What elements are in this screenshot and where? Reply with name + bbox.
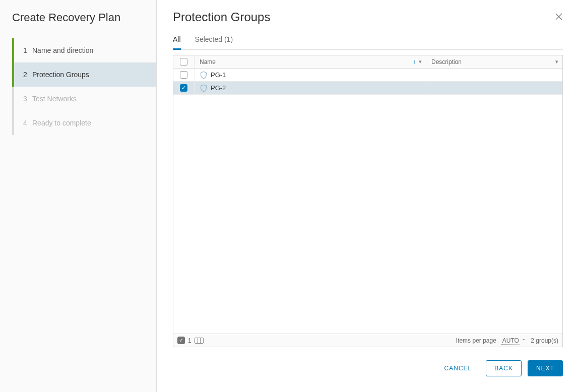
total-count: 2 group(s): [531, 337, 558, 344]
row-check-cell: [173, 82, 195, 94]
cancel-button[interactable]: CANCEL: [436, 360, 480, 376]
table-header: Name ↑ ▾ Description ▾: [173, 55, 562, 69]
row-checkbox[interactable]: [180, 71, 187, 79]
table-row[interactable]: PG-2: [173, 82, 562, 95]
step-ready-complete: 4 Ready to complete: [12, 111, 156, 135]
close-button[interactable]: [555, 12, 563, 23]
row-name: PG-1: [211, 71, 226, 79]
step-protection-groups[interactable]: 2 Protection Groups: [12, 62, 156, 87]
column-name[interactable]: Name ↑ ▾: [195, 55, 426, 68]
wizard-title: Create Recovery Plan: [0, 11, 156, 38]
close-icon: [555, 13, 563, 21]
main-panel: Protection Groups All Selected (1) Name …: [157, 0, 578, 392]
selection-indicator-icon: [177, 337, 185, 344]
row-desc-cell: [426, 82, 562, 94]
table-body: PG-1 PG-2: [173, 69, 562, 334]
tab-selected[interactable]: Selected (1): [195, 30, 233, 49]
wizard-sidebar: Create Recovery Plan 1 Name and directio…: [0, 0, 157, 392]
row-check-cell: [173, 69, 195, 81]
next-button[interactable]: NEXT: [528, 360, 563, 376]
row-name-cell: PG-2: [195, 82, 426, 94]
step-test-networks: 3 Test Networks: [12, 87, 156, 111]
select-all-checkbox[interactable]: [180, 58, 187, 66]
step-number: 2: [23, 71, 32, 79]
column-name-label: Name: [200, 58, 216, 66]
step-number: 4: [23, 119, 32, 127]
sort-asc-icon[interactable]: ↑: [413, 58, 416, 66]
select-all-cell: [173, 55, 195, 68]
row-desc-cell: [426, 69, 562, 81]
items-per-page-select[interactable]: AUTO ⌃: [501, 337, 526, 344]
row-name: PG-2: [211, 84, 226, 92]
back-button[interactable]: BACK: [486, 360, 522, 376]
main-header: Protection Groups: [157, 0, 578, 30]
step-label: Name and direction: [32, 46, 93, 54]
chevron-up-icon: ⌃: [522, 338, 526, 344]
step-name-direction[interactable]: 1 Name and direction: [12, 38, 156, 62]
step-label: Ready to complete: [32, 119, 91, 127]
selected-count: 1: [188, 337, 191, 344]
items-per-page-label: Items per page: [456, 337, 496, 344]
wizard-steps: 1 Name and direction 2 Protection Groups…: [12, 38, 156, 135]
tab-all[interactable]: All: [173, 30, 181, 50]
tabs: All Selected (1): [173, 30, 563, 50]
shield-icon: [200, 71, 208, 79]
footer-buttons: CANCEL BACK NEXT: [157, 347, 578, 388]
filter-icon[interactable]: ▾: [555, 58, 558, 65]
step-label: Protection Groups: [32, 71, 89, 79]
shield-icon: [200, 84, 208, 92]
protection-groups-table: Name ↑ ▾ Description ▾ PG-1: [173, 55, 563, 347]
column-description[interactable]: Description ▾: [426, 55, 562, 68]
filter-icon[interactable]: ▾: [419, 58, 422, 65]
step-label: Test Networks: [32, 95, 77, 103]
step-number: 1: [23, 46, 32, 54]
footer-right: Items per page AUTO ⌃ 2 group(s): [456, 337, 558, 344]
row-name-cell: PG-1: [195, 69, 426, 81]
table-row[interactable]: PG-1: [173, 69, 562, 82]
columns-icon[interactable]: [195, 338, 204, 344]
table-footer: 1 Items per page AUTO ⌃ 2 group(s): [173, 334, 562, 347]
page-title: Protection Groups: [173, 10, 270, 24]
step-number: 3: [23, 95, 32, 103]
row-checkbox[interactable]: [180, 84, 187, 92]
footer-left: 1: [177, 337, 204, 344]
column-description-label: Description: [431, 58, 462, 66]
